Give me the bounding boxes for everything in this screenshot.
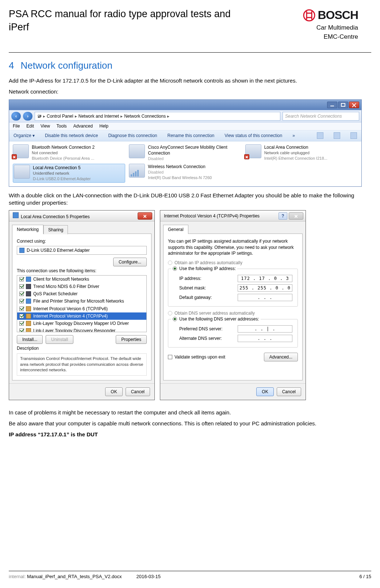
component-checkbox[interactable] [19, 299, 24, 303]
component-checkbox[interactable] [19, 321, 24, 326]
connection-name: Local Area Connection 5 [33, 165, 91, 171]
advanced-button[interactable]: Advanced... [264, 353, 298, 361]
connection-status: Unidentified network [33, 171, 91, 176]
menu-edit[interactable]: Edit [26, 123, 34, 129]
connection-item[interactable]: Local Area ConnectionNetwork cable unplu… [245, 144, 358, 162]
close-button[interactable] [138, 212, 152, 220]
cancel-button[interactable]: Cancel [277, 387, 301, 396]
connection-item[interactable]: Local Area Connection 5Unidentified netw… [13, 164, 125, 183]
radio-auto-dns[interactable] [168, 311, 172, 315]
connection-icon [129, 164, 145, 178]
alt-dns-input[interactable]: . . . [238, 335, 292, 342]
maximize-button[interactable] [338, 102, 348, 108]
tab-general[interactable]: General [163, 225, 188, 234]
svg-point-0 [304, 10, 315, 21]
radio-use-ip[interactable] [173, 266, 177, 271]
menu-help[interactable]: Help [99, 123, 108, 129]
connection-device: Intel(R) Dual Band Wireless-N 7260 [148, 175, 212, 181]
connections-grid: Bluetooth Network Connection 2Not connec… [9, 141, 361, 186]
help-icon[interactable] [350, 132, 357, 139]
uninstall-button[interactable]: Uninstall [46, 335, 73, 344]
validate-checkbox[interactable] [168, 355, 172, 359]
connection-item[interactable]: Wireless Network ConnectionDisabledIntel… [129, 164, 241, 183]
toolbar-disable[interactable]: Disable this network device [45, 133, 98, 139]
bosch-logo: BOSCH [303, 7, 358, 23]
adapter-icon [19, 248, 24, 253]
breadcrumb-item[interactable]: Network Connections [124, 113, 166, 119]
radio-use-dns[interactable] [173, 317, 177, 321]
toolbar-overflow[interactable]: » [292, 133, 295, 139]
configure-button[interactable]: Configure... [113, 258, 147, 266]
view-icon[interactable] [317, 132, 323, 139]
network-component-row[interactable]: File and Printer Sharing for Microsoft N… [17, 297, 146, 305]
component-checkbox[interactable] [19, 329, 24, 332]
component-checkbox[interactable] [19, 277, 24, 281]
connection-icon [14, 165, 30, 179]
adapter-field: D-Link USB2.0 Ethernet Adapter [17, 246, 147, 255]
nav-forward-button[interactable]: › [23, 112, 32, 121]
breadcrumb-item[interactable]: Control Panel [47, 113, 73, 119]
component-checkbox[interactable] [19, 307, 24, 311]
mask-input[interactable]: 255 . 255 . 0 . 0 [238, 284, 292, 292]
ipv4-properties-dialog: Internet Protocol Version 4 (TCP/IPv4) P… [160, 210, 306, 400]
caption-network-connection: Network connection: [9, 88, 371, 95]
menu-file[interactable]: File [13, 123, 20, 129]
page-footer: internal: Manual_iPerf_and_RTA_tests_PSA… [9, 571, 371, 580]
connection-device: Bluetooth Device (Personal Area ... [32, 156, 95, 161]
component-checkbox[interactable] [19, 284, 24, 289]
network-items-list[interactable]: Client for Microsoft NetworksTrend Micro… [17, 275, 147, 332]
ip-input[interactable]: 172 . 17 . 0 . 3 [238, 275, 292, 282]
section-heading: 4Network configuration [9, 59, 371, 72]
install-button[interactable]: Install... [17, 335, 43, 344]
properties-button[interactable]: Properties [116, 335, 147, 344]
component-icon [26, 328, 31, 332]
ok-button[interactable]: OK [105, 387, 122, 396]
ok-button[interactable]: OK [256, 387, 273, 396]
tab-sharing[interactable]: Sharing [43, 225, 68, 234]
preview-pane-icon[interactable] [334, 132, 340, 139]
search-input[interactable]: Search Network Connections [283, 112, 359, 121]
component-checkbox[interactable] [19, 292, 24, 296]
help-button[interactable]: ? [279, 212, 287, 220]
menu-advanced[interactable]: Advanced [73, 123, 93, 129]
toolbar-status[interactable]: View status of this connection [224, 133, 282, 139]
nav-back-button[interactable]: ‹ [11, 112, 21, 121]
connection-name: Local Area Connection [264, 144, 327, 150]
component-label: Internet Protocol Version 4 (TCP/IPv4) [33, 313, 108, 319]
document-title: PSA RCC manual for radio type approval t… [9, 7, 242, 41]
breadcrumb-item[interactable]: Network and Internet [78, 113, 119, 119]
network-component-row[interactable]: Client for Microsoft Networks [17, 276, 146, 283]
component-icon [26, 277, 31, 282]
gateway-label: Default gateway: [179, 295, 238, 300]
network-component-row[interactable]: Link-Layer Topology Discovery Mapper I/O… [17, 320, 146, 327]
toolbar-organize[interactable]: Organize ▾ [14, 133, 35, 139]
pref-dns-input[interactable]: . . | . [238, 325, 292, 333]
close-button[interactable] [349, 102, 359, 108]
radio-auto-ip[interactable] [168, 261, 172, 265]
network-component-row[interactable]: Trend Micro NDIS 6.0 Filter Driver [17, 283, 146, 290]
component-checkbox[interactable] [19, 314, 24, 318]
label-use-ip: Use the following IP address: [179, 266, 236, 271]
network-component-row[interactable]: QoS Packet Scheduler [17, 290, 146, 297]
connection-item[interactable]: Bluetooth Network Connection 2Not connec… [13, 144, 125, 162]
network-component-row[interactable]: Link-Layer Topology Discovery Responder [17, 327, 146, 332]
network-component-row[interactable]: Internet Protocol Version 4 (TCP/IPv4) [17, 312, 146, 320]
cancel-button[interactable]: Cancel [126, 387, 150, 396]
menu-view[interactable]: View [41, 123, 50, 129]
toolbar-rename[interactable]: Rename this connection [168, 133, 215, 139]
minimize-button[interactable] [327, 102, 337, 108]
connection-status: Disabled [148, 156, 241, 162]
connection-status: Network cable unplugged [264, 150, 327, 156]
close-button[interactable] [289, 212, 303, 220]
lan-properties-dialog: Local Area Connection 5 Properties Netwo… [9, 210, 155, 400]
connection-item[interactable]: Cisco AnyConnect Secure Mobility Client … [129, 144, 241, 162]
tab-networking[interactable]: Networking [12, 225, 43, 234]
menu-tools[interactable]: Tools [57, 123, 67, 129]
network-component-row[interactable]: Internet Protocol Version 6 (TCP/IPv6) [17, 305, 146, 312]
breadcrumb-bar[interactable]: 🖳 ▸ Control Panel ▸ Network and Internet… [35, 112, 280, 121]
toolbar-diagnose[interactable]: Diagnose this connection [108, 133, 157, 139]
description-text: Transmission Control Protocol/Internet P… [17, 353, 147, 376]
gateway-input[interactable]: . . . [238, 294, 292, 301]
network-adapter-icon [13, 212, 19, 218]
dialog-title: Local Area Connection 5 Properties [21, 214, 90, 219]
